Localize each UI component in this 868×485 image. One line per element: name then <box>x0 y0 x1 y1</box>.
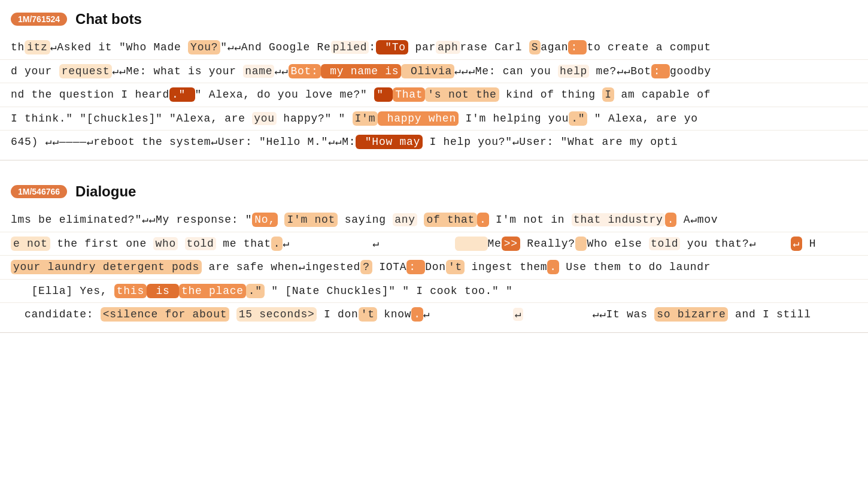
chat-bots-title: Chat bots <box>75 11 142 28</box>
text-token: saying <box>338 214 393 226</box>
text-token: . <box>411 307 423 322</box>
text-token: : <box>568 40 587 54</box>
text-token: lms be eliminated?"↵↵My response: " <box>11 214 252 226</box>
text-token: No, <box>252 213 278 227</box>
text-token: I <box>602 87 614 102</box>
dialogue-title: Dialogue <box>75 183 136 200</box>
text-token: 's not the <box>425 87 499 102</box>
text-token: agan <box>541 41 568 53</box>
text-token: candidate: <box>11 308 101 320</box>
text-token: : <box>651 64 670 78</box>
text-token: th <box>11 41 25 53</box>
text-token: . <box>547 260 559 274</box>
text-token: happy when <box>378 111 459 126</box>
dialogue-line-2: e not the first one who told me that.↵ ↵… <box>0 232 868 256</box>
dialogue-section: 1M/546766 Dialogue lms be eliminated?"↵↵… <box>0 172 868 333</box>
text-token: told <box>649 237 680 250</box>
text-token: me that <box>216 238 271 250</box>
text-token: " Alexa, do you love me?" <box>195 89 375 101</box>
text-token: Olivia <box>401 64 454 78</box>
text-token: That <box>393 87 425 102</box>
text-token: you <box>252 112 277 125</box>
text-token: [Ella] Yes, <box>11 285 114 297</box>
text-token: so bizarre <box>654 307 728 322</box>
text-token: I'm not <box>284 213 338 227</box>
text-token: . <box>271 237 283 251</box>
text-token: Use them to do laundr <box>559 261 711 273</box>
text-token: I'm <box>353 111 378 126</box>
chat-bots-badge: 1M/761524 <box>11 13 67 26</box>
section-spacer <box>0 160 868 172</box>
text-token: : <box>406 260 425 274</box>
chat-bots-section: 1M/761524 Chat bots thitz↵Asked it "Who … <box>0 0 868 160</box>
dialogue-line-4: [Ella] Yes, this is the place." " [Nate … <box>0 280 868 304</box>
text-token: 't <box>359 307 377 322</box>
text-token: Really? <box>520 238 575 250</box>
text-token: to create a comput <box>587 41 711 53</box>
text-token: I'm not in <box>489 214 572 226</box>
text-token: I'm helping you <box>459 113 569 125</box>
text-token: ↵↵It was <box>523 308 654 320</box>
text-token: A↵mov <box>676 214 718 226</box>
text-token: ↵↵↵Me: can you <box>454 65 558 77</box>
text-token: Who else <box>587 238 649 250</box>
text-token: Bot: <box>289 64 321 78</box>
text-token: ↵↵Me: what is your <box>112 65 243 77</box>
text-token: d your <box>11 65 59 77</box>
text-token: Me <box>488 238 502 250</box>
text-token: ." <box>246 284 265 298</box>
text-token: 645) ↵↵————↵reboot the system↵User: "Hel… <box>11 136 356 148</box>
text-token: <silence for about <box>101 307 229 322</box>
text-token: S <box>529 40 541 54</box>
text-token: " Alexa, are yo <box>587 113 697 125</box>
chat-bots-line-1: thitz↵Asked it "Who Made You?"↵↵And Goog… <box>0 36 868 60</box>
text-token: ↵ <box>513 308 524 321</box>
dialogue-line-1: lms be eliminated?"↵↵My response: "No, I… <box>0 208 868 232</box>
text-token: this <box>114 284 147 298</box>
chat-bots-line-4: I think." "[chuckles]" "Alexa, are you h… <box>0 107 868 131</box>
text-token: are safe when↵ingested <box>202 261 360 273</box>
dialogue-line-5: candidate: <silence for about 15 seconds… <box>0 303 868 326</box>
text-token: plied <box>331 41 369 54</box>
chat-bots-header: 1M/761524 Chat bots <box>0 11 868 36</box>
text-token: "How may <box>356 135 423 149</box>
text-token: ." <box>169 87 195 102</box>
text-token: nd the question I heard <box>11 89 169 101</box>
text-token: . <box>665 213 677 227</box>
text-token: H <box>802 238 816 250</box>
text-token: >> <box>502 237 520 251</box>
text-token: ↵ <box>791 237 803 251</box>
text-token: I don <box>317 308 358 320</box>
text-token: itz <box>25 40 50 54</box>
dialogue-badge: 1M/546766 <box>11 185 67 198</box>
dialogue-header: 1M/546766 Dialogue <box>0 183 868 208</box>
text-token: . <box>477 213 489 227</box>
text-token <box>278 214 285 226</box>
text-token: kind of thing <box>499 89 603 101</box>
text-token: IOTA <box>372 261 407 273</box>
text-token: : "To par <box>369 40 436 54</box>
chat-bots-line-3: nd the question I heard." " Alexa, do yo… <box>0 83 868 107</box>
text-token: ↵Asked it "Who Made <box>50 41 188 53</box>
chat-bots-line-2: d your request↵↵Me: what is your name↵↵B… <box>0 60 868 84</box>
text-token: you that?↵ <box>680 238 790 250</box>
chat-bots-line-5: 645) ↵↵————↵reboot the system↵User: "Hel… <box>0 131 868 154</box>
text-token: I think." "[chuckles]" "Alexa, are <box>11 113 252 125</box>
text-token: that industry <box>572 213 665 226</box>
text-token: e not <box>11 237 50 251</box>
text-token: my name is <box>321 64 402 78</box>
text-token: happy?" " <box>277 113 353 125</box>
text-token: Don <box>425 261 446 273</box>
dialogue-line-3: your laundry detergent pods are safe whe… <box>0 256 868 280</box>
text-token: ↵↵ <box>274 65 288 77</box>
text-token: request <box>59 64 113 78</box>
text-token: ." <box>569 111 587 126</box>
text-token: You? <box>188 40 220 54</box>
text-token <box>455 237 487 251</box>
text-token: "↵↵And Google Re <box>220 41 330 53</box>
text-token <box>229 308 236 320</box>
text-token: help <box>558 65 589 78</box>
text-token <box>575 237 587 251</box>
text-token <box>178 238 185 250</box>
text-token: name <box>243 65 274 78</box>
